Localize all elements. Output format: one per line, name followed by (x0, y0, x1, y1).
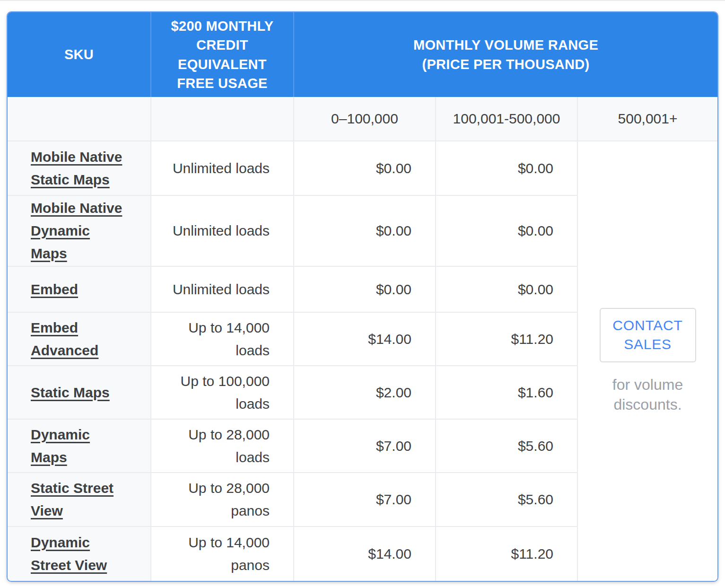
sku-link-mobile-native-dynamic-maps[interactable]: Mobile Native Dynamic Maps (31, 197, 122, 265)
price-tier1-cell: $14.00 (293, 526, 435, 581)
price-tier2-cell: $0.00 (435, 140, 577, 195)
price-tier2-cell: $11.20 (435, 312, 577, 365)
page-top-divider (0, 0, 725, 1)
free-usage-cell: Up to 14,000 panos (150, 526, 293, 581)
tier-header-100001-500000: 100,001-500,000 (435, 97, 577, 140)
column-header-monthly-volume-range: MONTHLY VOLUME RANGE (PRICE PER THOUSAND… (293, 12, 717, 97)
column-header-free-usage: $200 MONTHLY CREDIT EQUIVALENT FREE USAG… (150, 12, 293, 97)
table-row-sku-cell: Embed (8, 266, 150, 312)
pricing-table: SKU $200 MONTHLY CREDIT EQUIVALENT FREE … (7, 11, 718, 582)
table-row-sku-cell: Static Maps (8, 365, 150, 419)
price-tier2-cell: $5.60 (435, 472, 577, 526)
price-tier1-cell: $14.00 (293, 312, 435, 365)
tier-header-spacer-free-usage (150, 97, 293, 140)
price-tier1-cell: $7.00 (293, 419, 435, 472)
free-usage-cell: Unlimited loads (150, 266, 293, 312)
free-usage-cell: Up to 100,000 loads (150, 365, 293, 419)
tier-header-0-100000: 0–100,000 (293, 97, 435, 140)
price-tier2-cell: $5.60 (435, 419, 577, 472)
table-row-sku-cell: Mobile Native Dynamic Maps (8, 195, 150, 266)
volume-discounts-caption: for volume discounts. (591, 375, 705, 414)
free-usage-cell: Unlimited loads (150, 140, 293, 195)
price-tier1-cell: $0.00 (293, 266, 435, 312)
price-tier1-cell: $0.00 (293, 195, 435, 266)
tier-header-500001-plus: 500,001+ (577, 97, 717, 140)
free-usage-cell: Unlimited loads (150, 195, 293, 266)
sku-link-static-maps[interactable]: Static Maps (31, 381, 110, 404)
price-tier2-cell: $11.20 (435, 526, 577, 581)
price-tier2-cell: $0.00 (435, 195, 577, 266)
sku-link-embed[interactable]: Embed (31, 278, 78, 301)
free-usage-cell: Up to 14,000 loads (150, 312, 293, 365)
volume-discount-cell: CONTACT SALES for volume discounts. (577, 140, 717, 581)
table-row-sku-cell: Mobile Native Static Maps (8, 140, 150, 195)
free-usage-cell: Up to 28,000 loads (150, 419, 293, 472)
price-tier1-cell: $7.00 (293, 472, 435, 526)
table-row-sku-cell: Static Street View (8, 472, 150, 526)
sku-link-embed-advanced[interactable]: Embed Advanced (31, 316, 98, 362)
sku-link-static-street-view[interactable]: Static Street View (31, 477, 114, 522)
contact-sales-button[interactable]: CONTACT SALES (600, 308, 696, 362)
table-row-sku-cell: Embed Advanced (8, 312, 150, 365)
price-tier2-cell: $1.60 (435, 365, 577, 419)
column-header-sku: SKU (8, 12, 150, 97)
free-usage-cell: Up to 28,000 panos (150, 472, 293, 526)
table-row-sku-cell: Dynamic Maps (8, 419, 150, 472)
price-tier1-cell: $2.00 (293, 365, 435, 419)
tier-header-spacer-sku (8, 97, 150, 140)
sku-link-mobile-native-static-maps[interactable]: Mobile Native Static Maps (31, 146, 122, 191)
sku-link-dynamic-maps[interactable]: Dynamic Maps (31, 423, 90, 469)
sku-link-dynamic-street-view[interactable]: Dynamic Street View (31, 531, 107, 577)
table-row-sku-cell: Dynamic Street View (8, 526, 150, 581)
price-tier2-cell: $0.00 (435, 266, 577, 312)
price-tier1-cell: $0.00 (293, 140, 435, 195)
